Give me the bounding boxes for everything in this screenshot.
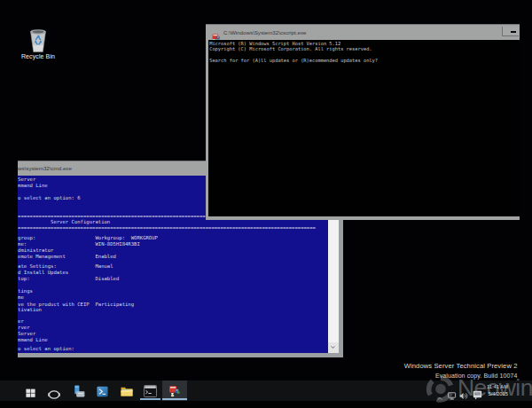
tray-clock-date[interactable]: 5/4/2015 <box>464 391 508 396</box>
cscript-window: C:\Windows\System32\cscript.exe Microsof… <box>206 24 520 220</box>
chevron-down-icon <box>331 345 335 349</box>
console-line: group: Workgroup: WORKGROUP <box>18 235 158 240</box>
console-line: tivation <box>18 307 42 312</box>
cscript-console-output: Microsoft (R) Windows Script Host Versio… <box>208 40 520 216</box>
recycle-bin[interactable]: Recycle Bin <box>12 27 65 64</box>
recycle-bin-label: Recycle Bin <box>12 53 65 59</box>
console-line: dministrator <box>18 247 53 253</box>
server-manager-icon <box>72 385 85 397</box>
console-line: mmand Line <box>18 183 48 188</box>
powershell-icon <box>97 386 108 397</box>
cmd-bottom-border <box>18 353 343 357</box>
open-indicator-cmd <box>140 398 161 400</box>
console-line: tings <box>18 288 33 294</box>
cmd-title: ws\system32\cmd.exe <box>18 165 72 171</box>
console-line: Copyright (C) Microsoft Corporation. All… <box>209 46 372 51</box>
open-indicator-script <box>162 398 187 400</box>
scroll-down-button[interactable] <box>328 342 339 353</box>
bottom-strip <box>0 401 532 408</box>
console-line: Server <box>18 331 35 336</box>
cscript-bottom-border <box>206 216 520 221</box>
cscript-titlebar[interactable]: C:\Windows\System32\cscript.exe <box>206 24 520 40</box>
folder-icon <box>121 385 133 397</box>
cscript-left-border <box>206 40 209 216</box>
console-line: top: Disabled <box>18 276 119 281</box>
taskbar <box>0 381 532 401</box>
console-line: o select an option: <box>18 346 74 351</box>
console-line: ate Settings: Manual <box>18 263 113 269</box>
tray-clock-time[interactable]: 11:41 AM <box>464 384 508 389</box>
console-line: emote Management Enabled <box>18 254 116 259</box>
console-line: me <box>18 294 24 300</box>
minimize-icon <box>511 31 516 33</box>
console-line: er <box>18 318 24 324</box>
console-line: Search for for (A)ll updates or (R)ecomm… <box>209 58 378 63</box>
console-line: me: WIN-8D5HI84R3BI <box>18 241 140 247</box>
network-icon <box>448 392 457 400</box>
script-icon <box>168 385 182 398</box>
console-icon <box>144 385 157 397</box>
minimize-button[interactable] <box>502 27 520 37</box>
search-ring-icon <box>48 390 60 399</box>
script-file-icon <box>212 29 220 37</box>
console-line: mmand Line <box>18 337 48 342</box>
console-line: ve the product with CEIP Participating <box>18 302 134 307</box>
console-line: rver <box>18 325 29 330</box>
console-line: Server Configuration <box>18 219 110 224</box>
console-line: o select an option: 6 <box>18 195 81 200</box>
console-line: Server <box>18 177 35 182</box>
windows-logo-icon <box>26 388 35 398</box>
console-line: Microsoft (R) Windows Script Host Versio… <box>209 41 340 46</box>
build-watermark: Windows Server Technical Preview 2 Evalu… <box>404 362 518 379</box>
cscript-title: C:\Windows\System32\cscript.exe <box>223 29 307 35</box>
console-line: d Install Updates <box>18 270 68 275</box>
build-watermark-line1: Windows Server Technical Preview 2 <box>404 362 518 370</box>
recycle-bin-icon <box>12 27 65 53</box>
console-line: ========================================… <box>18 225 316 231</box>
build-watermark-line2: Evaluation copy. Build 10074 <box>404 373 518 379</box>
desktop: Recycle Bin ws\system32\cmd.exe Servermm… <box>0 0 532 408</box>
